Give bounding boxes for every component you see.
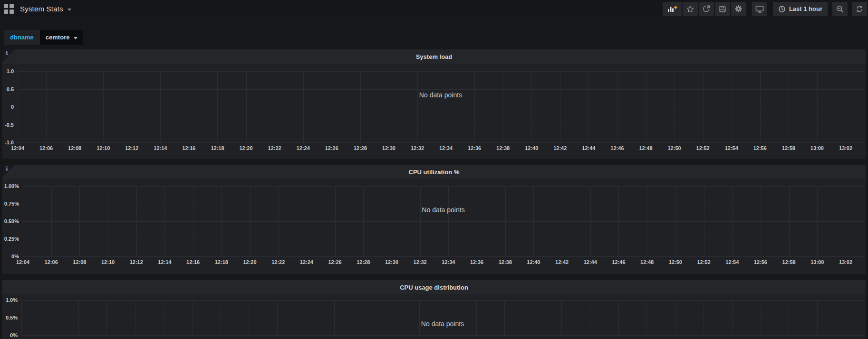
x-axis-label: 12:38: [495, 259, 516, 265]
gridline: [732, 300, 733, 335]
variable-selected-value: cemtore: [46, 30, 70, 45]
y-axis-label: -1.0: [2, 140, 14, 145]
x-axis-label: 12:26: [321, 145, 342, 151]
panel-header: CPU usage distribution: [2, 280, 866, 294]
gridline: [704, 300, 704, 335]
gridline: [307, 186, 307, 256]
x-axis-label: 12:38: [492, 145, 513, 151]
x-axis-label: 12:48: [637, 259, 657, 265]
save-button[interactable]: [715, 2, 730, 16]
gridline: [476, 300, 477, 335]
gridline: [789, 186, 790, 256]
gridline: [363, 300, 363, 335]
gridline: [817, 300, 818, 335]
gridline: [446, 71, 446, 142]
no-data-text: No data points: [422, 206, 464, 214]
gridline: [249, 300, 249, 335]
gridline: [618, 300, 619, 335]
gridline: [160, 71, 161, 142]
x-axis-label: 12:34: [438, 259, 459, 265]
panel-info-corner[interactable]: [2, 49, 15, 62]
y-axis-label: 0%: [2, 332, 18, 338]
gridline: [704, 186, 704, 256]
x-axis-label: 12:56: [750, 259, 771, 265]
dashboard-toolbar: Last 1 hour: [663, 2, 867, 16]
gridline: [732, 186, 733, 256]
x-axis-label: 13:02: [835, 259, 856, 265]
gridline: [18, 125, 864, 125]
gridline: [732, 71, 732, 142]
share-button[interactable]: [699, 2, 714, 16]
x-axis-label: 12:24: [296, 259, 317, 265]
refresh-button[interactable]: [852, 2, 867, 16]
settings-button[interactable]: [731, 2, 746, 16]
gridline: [18, 142, 864, 143]
x-axis-label: 12:12: [126, 259, 147, 265]
gridline: [646, 300, 647, 335]
gridline: [21, 335, 864, 336]
dashboard-grid-icon[interactable]: [4, 4, 14, 14]
x-axis-label: 12:20: [236, 145, 257, 151]
add-panel-button[interactable]: [663, 2, 682, 16]
gridline: [391, 300, 391, 335]
time-range-label: Last 1 hour: [789, 5, 822, 12]
variable-label: dbname: [4, 30, 40, 45]
x-axis-label: 12:48: [636, 145, 656, 151]
gridline: [761, 300, 761, 335]
x-axis-label: 12:26: [325, 259, 346, 265]
star-button[interactable]: [683, 2, 698, 16]
variable-value-dropdown[interactable]: cemtore: [40, 30, 84, 45]
share-icon: [703, 5, 710, 13]
gear-icon: [734, 5, 743, 13]
x-axis-label: 12:44: [580, 259, 601, 265]
x-axis-label: 12:28: [353, 259, 374, 265]
gridline: [562, 186, 562, 256]
x-axis-label: 12:56: [750, 145, 771, 151]
gridline: [761, 186, 761, 256]
gridline: [448, 186, 449, 256]
panel-info-corner[interactable]: [2, 165, 15, 178]
zoom-out-button[interactable]: [832, 2, 848, 16]
gridline: [132, 71, 132, 142]
panel-title[interactable]: CPU utilization %: [409, 169, 460, 176]
dashboard-title[interactable]: System Stats: [20, 5, 63, 13]
no-data-text: No data points: [421, 320, 464, 328]
gridline: [23, 221, 864, 222]
gridline: [561, 300, 562, 335]
gridline: [21, 318, 864, 318]
info-icon[interactable]: i: [5, 166, 9, 172]
x-axis-label: 12:36: [466, 259, 487, 265]
x-axis-label: 12:52: [693, 145, 714, 151]
gridline: [108, 186, 108, 256]
x-axis-label: 12:46: [608, 259, 629, 265]
gridline: [617, 71, 617, 142]
gridline: [846, 71, 846, 142]
gridline: [51, 186, 52, 256]
x-axis-label: 12:08: [64, 145, 85, 151]
x-axis-label: 12:10: [93, 145, 114, 151]
gridline: [817, 186, 818, 256]
x-axis-label: 12:10: [97, 259, 118, 265]
chevron-down-icon[interactable]: [68, 9, 71, 11]
gridline: [18, 107, 864, 107]
cycle-view-button[interactable]: [752, 2, 767, 16]
panel-title[interactable]: System load: [416, 53, 453, 60]
panel-system-load: System loadi1.00.50-0.5-1.012:0412:0612:…: [2, 49, 866, 159]
gridline: [189, 71, 189, 142]
gridline: [504, 300, 505, 335]
refresh-icon: [856, 5, 863, 13]
gridline: [760, 71, 761, 142]
info-icon[interactable]: i: [5, 50, 9, 56]
x-axis-label: 12:12: [121, 145, 142, 151]
floppy-disk-icon: [719, 5, 726, 13]
time-picker-button[interactable]: Last 1 hour: [773, 2, 828, 16]
gridline: [392, 186, 392, 256]
top-navbar: System Stats: [0, 0, 868, 18]
gridline: [221, 300, 221, 335]
gridline: [503, 71, 503, 142]
gridline: [277, 300, 278, 335]
panel-title[interactable]: CPU usage distribution: [400, 284, 468, 291]
y-axis-label: 0.50%: [2, 218, 19, 224]
x-axis-label: 12:30: [378, 145, 399, 151]
clock-icon: [778, 5, 786, 13]
